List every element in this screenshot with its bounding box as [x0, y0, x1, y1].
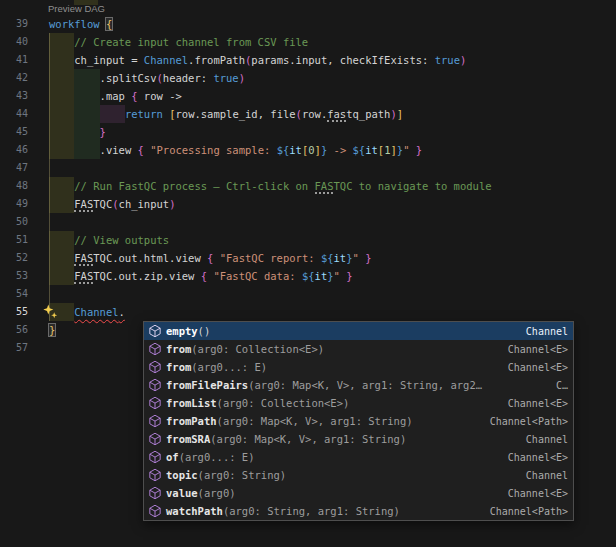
suggestion-fromPath[interactable]: fromPath(arg0: Map<K, V>, arg1: String)C…: [144, 412, 573, 430]
suggestion-signature: (arg0): [198, 487, 236, 499]
suggestion-return-type: Channel<E>: [500, 344, 568, 355]
code-content: ch_input = Channel.fromPath(params.input…: [48, 51, 616, 69]
method-icon-wrap: [147, 432, 162, 447]
code-line-42[interactable]: 42.splitCsv(header: true): [0, 69, 616, 87]
suggestion-signature: (arg0...: E): [179, 451, 255, 463]
code-token: ${: [277, 144, 290, 156]
code-token: }: [346, 270, 352, 282]
suggestion-fromSRA[interactable]: fromSRA(arg0: Map<K, V>, arg1: String)Ch…: [144, 430, 573, 448]
code-token: it: [289, 144, 302, 156]
code-token: header:: [163, 72, 214, 84]
code-token: .map: [100, 90, 132, 102]
symbol-method-icon: [148, 504, 162, 518]
code-line-52[interactable]: 52FASTQC.out.html.view { "FastQC report:…: [0, 249, 616, 267]
code-line-40[interactable]: 40// Create input channel from CSV file: [0, 33, 616, 51]
line-number: 52: [0, 249, 28, 267]
line-number: 39: [0, 15, 28, 33]
symbol-method-icon: [148, 450, 162, 464]
suggestion-return-type: Channel: [518, 470, 568, 481]
code-line-47[interactable]: 47: [0, 159, 616, 177]
line-number: 44: [0, 105, 28, 123]
code-line-46[interactable]: 46.view { "Processing sample: ${it[0]} -…: [0, 141, 616, 159]
code-token: .view: [100, 144, 138, 156]
code-content: .view { "Processing sample: ${it[0]} -> …: [48, 141, 616, 159]
code-token: "Processing sample:: [150, 144, 276, 156]
method-icon-wrap: [147, 378, 162, 393]
suggestion-fromFilePairs[interactable]: fromFilePairs(arg0: Map<K, V>, arg1: Str…: [144, 376, 573, 394]
suggestion-label: empty: [166, 325, 198, 337]
code-token: ): [239, 72, 245, 84]
suggestion-watchPath[interactable]: watchPath(arg0: String, arg1: String)Cha…: [144, 502, 573, 520]
suggestion-label: fromList: [166, 397, 217, 409]
suggestion-topic[interactable]: topic(arg0: String)Channel: [144, 466, 573, 484]
method-icon-wrap: [147, 324, 162, 339]
suggestion-return-type: Channel<E>: [500, 488, 568, 499]
line-number: 43: [0, 87, 28, 105]
code-content: [48, 213, 616, 231]
code-token: // Run FastQC process – Ctrl-click on: [74, 180, 314, 192]
code-token: ch_input =: [74, 54, 144, 66]
suggestion-value[interactable]: value(arg0)Channel<E>: [144, 484, 573, 502]
code-line-45[interactable]: 45}: [0, 123, 616, 141]
code-token: ch_input: [119, 198, 170, 210]
suggestion-signature: (arg0: Collection<E>): [217, 397, 350, 409]
code-token: }: [365, 252, 371, 264]
code-token: TQC.out.zip.view: [93, 270, 200, 282]
suggestion-label: from: [166, 343, 191, 355]
code-token: ]: [397, 108, 403, 120]
suggestion-empty[interactable]: empty()Channel: [144, 322, 573, 340]
line-number: 56: [0, 321, 28, 339]
symbol-method-icon: [148, 414, 162, 428]
code-line-51[interactable]: 51// View outputs: [0, 231, 616, 249]
code-line-50[interactable]: 50: [0, 213, 616, 231]
code-line-53[interactable]: 53FASTQC.out.zip.view { "FastQC data: ${…: [0, 267, 616, 285]
bracket-scope-guide: [49, 159, 50, 177]
symbol-method-icon: [148, 432, 162, 446]
code-token: // View outputs: [74, 234, 169, 246]
line-number: 45: [0, 123, 28, 141]
suggestion-from[interactable]: from(arg0...: E)Channel<E>: [144, 358, 573, 376]
code-token: tq_path: [346, 108, 390, 120]
code-token: fas: [327, 108, 346, 122]
code-line-41[interactable]: 41ch_input = Channel.fromPath(params.inp…: [0, 51, 616, 69]
code-token: ${: [302, 270, 315, 282]
line-number: 49: [0, 195, 28, 213]
suggestion-return-type: Channel<E>: [500, 452, 568, 463]
code-token: }: [416, 144, 422, 156]
code-token: row ->: [138, 90, 182, 102]
codelens-preview-dag[interactable]: Preview DAG: [48, 3, 105, 14]
code-line-43[interactable]: 43.map { row ->: [0, 87, 616, 105]
code-line-49[interactable]: 49FASTQC(ch_input): [0, 195, 616, 213]
code-token: .fromPath: [188, 54, 245, 66]
method-icon-wrap: [147, 396, 162, 411]
code-line-39[interactable]: 39workflow {: [0, 15, 616, 33]
code-token: params.input, checkIfExists:: [251, 54, 434, 66]
suggestion-from[interactable]: from(arg0: Collection<E>)Channel<E>: [144, 340, 573, 358]
line-number: 57: [0, 339, 28, 357]
code-content: Channel.: [48, 303, 616, 321]
code-line-54[interactable]: 54: [0, 285, 616, 303]
code-line-44[interactable]: 44return [row.sample_id, file(row.fastq_…: [0, 105, 616, 123]
code-line-48[interactable]: 48// Run FastQC process – Ctrl-click on …: [0, 177, 616, 195]
suggestion-label: of: [166, 451, 179, 463]
line-number: 51: [0, 231, 28, 249]
method-icon-wrap: [147, 414, 162, 429]
code-content: FASTQC.out.zip.view { "FastQC data: ${it…: [48, 267, 616, 285]
suggestion-of[interactable]: of(arg0...: E)Channel<E>: [144, 448, 573, 466]
code-line-55[interactable]: 55Channel.: [0, 303, 616, 321]
suggestion-fromList[interactable]: fromList(arg0: Collection<E>)Channel<E>: [144, 394, 573, 412]
code-token: TQC.out.html.view: [93, 252, 207, 264]
suggestion-return-type: Channel: [518, 326, 568, 337]
line-number: 53: [0, 267, 28, 285]
code-editor: Preview DAG 39workflow {40// Create inpu…: [0, 0, 616, 547]
code-token: }: [49, 324, 55, 336]
method-icon-wrap: [147, 504, 162, 519]
code-token: ): [460, 54, 466, 66]
suggestion-signature: (arg0: Map<K, V>, arg1: String): [210, 433, 406, 445]
code-token: it: [315, 270, 328, 282]
code-token: .: [119, 306, 125, 318]
code-token: Channel: [144, 54, 188, 66]
symbol-method-icon: [148, 324, 162, 338]
symbol-method-icon: [148, 396, 162, 410]
suggestion-signature: (arg0...: E): [191, 361, 267, 373]
